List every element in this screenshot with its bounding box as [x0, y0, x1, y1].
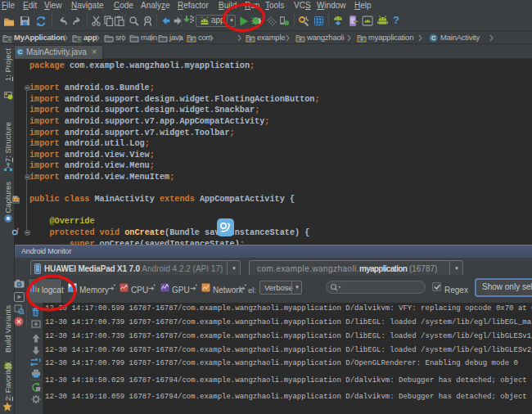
svg-text:C: C: [18, 48, 23, 56]
